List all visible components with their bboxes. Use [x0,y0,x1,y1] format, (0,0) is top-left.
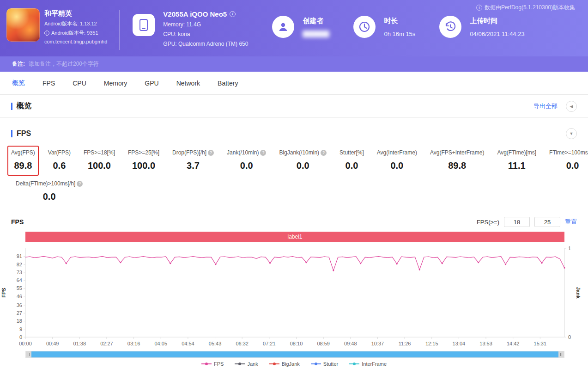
platform-icon [44,31,49,36]
legend-item-Stutter[interactable]: Stutter [311,361,338,367]
fps-threshold-input-2[interactable] [534,217,560,227]
app-name: 和平精英 [44,9,107,18]
metric-Drop(FPS)[/h]: Drop(FPS)[/h]?3.7 [169,146,218,176]
svg-text:02:27: 02:27 [100,341,113,346]
metric-Delta(FTime)>100ms[/h]: Delta(FTime)>100ms[/h]?0.0 [12,177,86,207]
metric-value: 0.0 [549,160,588,171]
overview-collapse-button[interactable]: ◀ [566,101,577,112]
legend-label: Jank [247,361,258,367]
chart-zoom-scrollbar [25,351,564,358]
svg-text:08:10: 08:10 [290,341,303,346]
tab-Memory[interactable]: Memory [104,80,127,87]
tab-概览[interactable]: 概览 [12,79,25,87]
metric-value: 89.8 [430,160,484,171]
metric-value: 0.0 [16,191,83,202]
fps-line-chart[interactable]: 091827364655647382910100:0000:4901:3802:… [0,243,588,350]
legend-marker [269,362,279,366]
metric-value: 3.7 [172,160,214,171]
svg-text:11:26: 11:26 [399,341,411,346]
svg-text:1: 1 [568,246,571,251]
section-accent-bar [11,103,12,110]
device-gpu: GPU: Qualcomm Adreno (TM) 650 [163,41,248,47]
duration-block: 时长 0h 16m 15s [353,7,415,38]
legend-item-BigJank[interactable]: BigJank [269,361,300,367]
metric-value: 0.0 [279,160,327,171]
header-divider [119,10,120,50]
svg-text:12:15: 12:15 [425,341,438,346]
metric-value: 100.0 [128,160,159,171]
help-icon[interactable]: ? [77,181,83,187]
device-memory: Memory: 11.4G [163,21,248,28]
help-icon[interactable]: ? [208,150,214,156]
svg-text:09:48: 09:48 [344,341,357,346]
reset-link[interactable]: 重置 [565,218,577,226]
svg-text:Jank: Jank [576,287,581,299]
help-icon[interactable]: ? [260,150,266,156]
device-info-icon[interactable]: i [230,11,236,17]
metric-FPS>=25[%]: FPS>=25[%]100.0 [124,146,163,176]
upload-time-block: 上传时间 04/06/2021 11:44:23 [439,7,524,38]
scrollbar-right-handle[interactable] [558,351,564,357]
fps-collapse-button[interactable]: ▼ [566,128,577,139]
metric-value: 0.6 [48,160,71,171]
svg-text:73: 73 [17,270,22,275]
metric-Avg(InterFrame): Avg(InterFrame)0.0 [373,146,421,176]
legend-marker [349,362,359,366]
creator-name-redacted [303,31,329,37]
chart-label-banner: label1 [25,232,564,242]
legend-item-Jank[interactable]: Jank [235,361,258,367]
remark-placeholder: 添加备注，不超过200个字符 [29,60,99,68]
fps-chart-title: FPS [11,218,24,226]
legend-marker [235,362,245,366]
game-app-icon [6,8,40,42]
tab-GPU[interactable]: GPU [145,80,158,87]
app-package: com.tencent.tmgp.pubgmhd [44,39,107,44]
metric-Var(FPS): Var(FPS)0.6 [44,146,74,176]
tab-FPS[interactable]: FPS [42,80,55,87]
app-version-code: Android版本号: 9351 [44,30,107,37]
fps-chart-head: FPS FPS(>=) 重置 [0,207,588,227]
tab-Network[interactable]: Network [176,80,200,87]
info-icon: i [476,5,482,11]
metric-value: 0.0 [377,160,417,171]
device-model: V2055A iQOO Neo5 i [163,10,248,18]
device-cpu: CPU: kona [163,31,248,37]
metric-FTime>=100ms[%]: FTime>=100ms[%]0.0 [546,146,588,176]
history-clock-icon [439,16,461,38]
legend-item-InterFrame[interactable]: InterFrame [349,361,387,367]
fps-threshold-input-1[interactable] [504,217,530,227]
svg-text:10:37: 10:37 [371,341,384,346]
svg-text:18: 18 [17,318,22,324]
user-icon [272,16,294,38]
export-all-link[interactable]: 导出全部 [533,102,558,111]
clock-icon [353,16,376,38]
scrollbar-track[interactable] [31,351,558,357]
svg-text:46: 46 [17,294,22,299]
tab-Battery[interactable]: Battery [218,80,238,87]
metric-Stutter[%]: Stutter[%]0.0 [336,146,368,176]
legend-label: Stutter [323,361,338,367]
metric-BigJank(/10min): BigJank(/10min)?0.0 [275,146,330,176]
legend-marker [201,362,212,366]
report-header: 和平精英 Android版本名: 1.13.12 Android版本号: 935… [0,0,588,56]
fps-metrics-row2: Delta(FTime)>100ms[/h]?0.0 [0,176,588,207]
tab-CPU[interactable]: CPU [73,80,86,87]
collector-version-note: i 数据由PerfDog(5.1.210300)版本收集 [476,4,575,12]
metric-value: 0.0 [227,160,266,171]
svg-text:04:05: 04:05 [154,341,167,346]
metric-Avg(FTime)[ms]: Avg(FTime)[ms]11.1 [493,146,540,176]
legend-label: FPS [214,361,224,367]
fps-metrics-row: Avg(FPS)89.8Var(FPS)0.6FPS>=18[%]100.0FP… [0,139,588,176]
legend-item-FPS[interactable]: FPS [201,361,224,367]
creator-block: 创建者 [272,7,329,38]
help-icon[interactable]: ? [321,150,327,156]
metric-Avg(FPS): Avg(FPS)89.8 [7,146,39,176]
metric-value: 89.8 [11,160,35,171]
legend-label: InterFrame [362,361,387,367]
svg-text:82: 82 [17,262,22,267]
device-block: V2055A iQOO Neo5 i Memory: 11.4G CPU: ko… [133,7,248,47]
scrollbar-left-handle[interactable] [26,351,31,357]
remark-input-bar[interactable]: 备注: 添加备注，不超过200个字符 [0,56,588,72]
tab-bar: 概览FPSCPUMemoryGPUNetworkBattery [0,72,588,95]
svg-text:91: 91 [17,253,22,259]
